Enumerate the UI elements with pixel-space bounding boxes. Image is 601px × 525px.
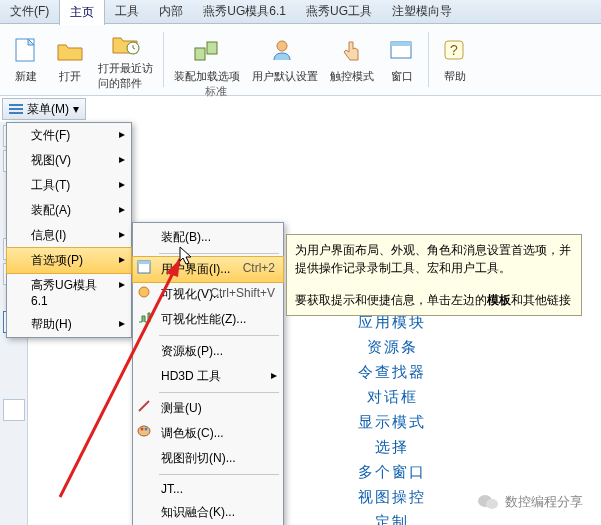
menu1-file[interactable]: 文件(F)▸ — [7, 123, 131, 148]
tab-bar: 文件(F) 主页 工具 内部 燕秀UG模具6.1 燕秀UG工具 注塑模向导 — [0, 0, 601, 24]
watermark: 数控编程分享 — [477, 493, 583, 511]
tooltip-hint: 要获取提示和便捷信息，单击左边的模板和其他链接 — [295, 291, 573, 309]
menu1-view[interactable]: 视图(V)▸ — [7, 148, 131, 173]
link-cmd-finder[interactable]: 令查找器 — [358, 363, 426, 382]
window-icon — [386, 35, 418, 67]
ribbon-userdefault-button[interactable]: 用户默认设置 — [246, 26, 324, 93]
menu1-preferences[interactable]: 首选项(P)▸ — [6, 247, 132, 274]
menu1-info[interactable]: 信息(I)▸ — [7, 223, 131, 248]
open-icon — [54, 35, 86, 67]
ui-icon — [137, 260, 153, 276]
svg-point-15 — [139, 287, 149, 297]
tooltip-body: 为用户界面布局、外观、角色和消息设置首选项，并提供操作记录录制工具、宏和用户工具… — [295, 241, 573, 277]
visualization-icon — [137, 285, 153, 301]
chevron-down-icon: ▾ — [73, 102, 79, 116]
ribbon: 新建 打开 打开最近访 问的部件 装配加载选项 用户默认设置 触控模式 窗口 ?… — [0, 24, 601, 96]
touch-icon — [336, 35, 368, 67]
svg-rect-12 — [9, 112, 23, 114]
arrow-right-icon: ▸ — [119, 202, 125, 216]
menu2-visualization[interactable]: 可视化(V)...Ctrl+Shift+V — [133, 282, 283, 307]
link-dialog[interactable]: 对话框 — [358, 388, 426, 407]
menu1-help[interactable]: 帮助(H)▸ — [7, 312, 131, 337]
palette-button[interactable] — [3, 399, 25, 421]
ribbon-window-button[interactable]: 窗口 — [380, 26, 424, 93]
links-column: 部件 应用模块 资源条 令查找器 对话框 显示模式 选择 多个窗口 视图操控 定… — [358, 288, 426, 525]
svg-rect-4 — [207, 42, 217, 54]
menu2-assembly[interactable]: 装配(B)... — [133, 225, 283, 250]
arrow-right-icon: ▸ — [119, 277, 125, 291]
svg-rect-7 — [391, 42, 411, 46]
user-default-icon — [269, 35, 301, 67]
menu2-vis-perf[interactable]: 可视化性能(Z)... — [133, 307, 283, 332]
arrow-right-icon: ▸ — [119, 177, 125, 191]
menu2-palette[interactable]: 调色板(C)... — [133, 421, 283, 446]
menu2-measure[interactable]: 测量(U) — [133, 396, 283, 421]
svg-point-5 — [277, 41, 287, 51]
menu-level1: 文件(F)▸ 视图(V)▸ 工具(T)▸ 装配(A)▸ 信息(I)▸ 首选项(P… — [6, 122, 132, 338]
tab-file[interactable]: 文件(F) — [0, 0, 59, 24]
svg-rect-10 — [9, 104, 23, 106]
wechat-icon — [477, 493, 499, 511]
tab-home[interactable]: 主页 — [59, 0, 105, 25]
arrow-right-icon: ▸ — [119, 252, 125, 266]
menu2-sectioning[interactable]: 视图剖切(N)... — [133, 446, 283, 471]
tooltip: 为用户界面布局、外观、角色和消息设置首选项，并提供操作记录录制工具、宏和用户工具… — [286, 234, 582, 316]
menu2-hd3d[interactable]: HD3D 工具▸ — [133, 364, 283, 389]
menu2-resource-bar[interactable]: 资源板(P)... — [133, 339, 283, 364]
arrow-right-icon: ▸ — [119, 227, 125, 241]
svg-text:?: ? — [450, 42, 458, 58]
svg-point-22 — [486, 499, 498, 509]
menu-separator — [159, 474, 279, 475]
tab-yanxiu-mold[interactable]: 燕秀UG模具6.1 — [193, 0, 296, 24]
link-resource-bar[interactable]: 资源条 — [358, 338, 426, 357]
arrow-right-icon: ▸ — [119, 127, 125, 141]
ribbon-group-label: 标准 — [205, 84, 227, 99]
menu1-yanxiu[interactable]: 高秀UG模具6.1▸ — [7, 273, 131, 312]
performance-icon — [137, 310, 153, 326]
svg-point-16 — [138, 426, 150, 436]
measure-icon — [137, 399, 153, 415]
ribbon-assembly-button[interactable]: 装配加载选项 — [168, 26, 246, 93]
arrow-right-icon: ▸ — [119, 316, 125, 330]
svg-point-17 — [141, 428, 144, 431]
menu-separator — [159, 335, 279, 336]
menu2-jt[interactable]: JT... — [133, 478, 283, 500]
menu-separator — [159, 253, 279, 254]
ribbon-open-button[interactable]: 打开 — [48, 26, 92, 93]
cursor-icon — [179, 246, 193, 266]
ribbon-recent-button[interactable]: 打开最近访 问的部件 — [92, 26, 159, 93]
menu-icon — [9, 103, 23, 115]
ribbon-help-button[interactable]: ? 帮助 — [433, 26, 477, 93]
svg-point-18 — [145, 428, 148, 431]
workspace: 文件(F)▸ 视图(V)▸ 工具(T)▸ 装配(A)▸ 信息(I)▸ 首选项(P… — [0, 122, 601, 525]
tab-yanxiu-tools[interactable]: 燕秀UG工具 — [296, 0, 382, 24]
menu-level2: 装配(B)... 用户界面(I)...Ctrl+2 可视化(V)...Ctrl+… — [132, 222, 284, 525]
tab-mold-wizard[interactable]: 注塑模向导 — [382, 0, 462, 24]
svg-rect-14 — [138, 261, 150, 264]
link-display-mode[interactable]: 显示模式 — [358, 413, 426, 432]
link-selection[interactable]: 选择 — [358, 438, 426, 457]
new-icon — [10, 35, 42, 67]
ribbon-separator — [163, 32, 164, 87]
svg-rect-3 — [195, 48, 205, 60]
menu-trigger[interactable]: 菜单(M) ▾ — [2, 98, 86, 120]
help-icon: ? — [439, 35, 471, 67]
ribbon-new-button[interactable]: 新建 — [4, 26, 48, 93]
svg-rect-11 — [9, 108, 23, 110]
link-customize[interactable]: 定制 — [358, 513, 426, 525]
menu2-knowledge[interactable]: 知识融合(K)... — [133, 500, 283, 525]
recent-icon — [110, 28, 142, 59]
ribbon-separator — [428, 32, 429, 87]
menu1-assembly[interactable]: 装配(A)▸ — [7, 198, 131, 223]
menu-separator — [159, 392, 279, 393]
arrow-right-icon: ▸ — [271, 368, 277, 382]
menu2-user-interface[interactable]: 用户界面(I)...Ctrl+2 — [132, 256, 284, 283]
ribbon-touch-button[interactable]: 触控模式 — [324, 26, 380, 93]
arrow-right-icon: ▸ — [119, 152, 125, 166]
tab-internal[interactable]: 内部 — [149, 0, 193, 24]
assembly-icon — [191, 35, 223, 67]
menu1-tools[interactable]: 工具(T)▸ — [7, 173, 131, 198]
link-view-manip[interactable]: 视图操控 — [358, 488, 426, 507]
tab-tools[interactable]: 工具 — [105, 0, 149, 24]
link-multi-window[interactable]: 多个窗口 — [358, 463, 426, 482]
